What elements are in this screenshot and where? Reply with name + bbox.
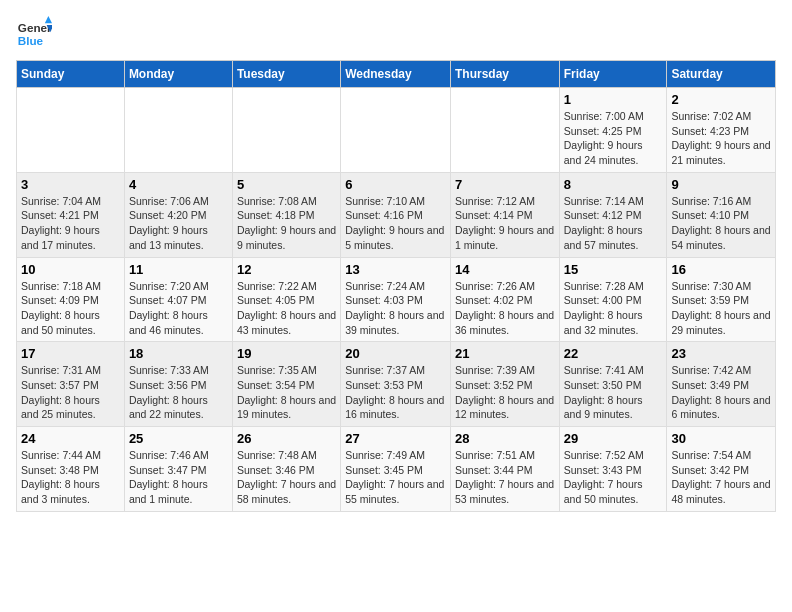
day-number: 30 — [671, 431, 771, 446]
calendar-cell — [341, 88, 451, 173]
calendar-cell: 27Sunrise: 7:49 AM Sunset: 3:45 PM Dayli… — [341, 427, 451, 512]
calendar-cell: 14Sunrise: 7:26 AM Sunset: 4:02 PM Dayli… — [450, 257, 559, 342]
day-number: 25 — [129, 431, 228, 446]
col-header-wednesday: Wednesday — [341, 61, 451, 88]
calendar-cell: 16Sunrise: 7:30 AM Sunset: 3:59 PM Dayli… — [667, 257, 776, 342]
calendar-cell: 20Sunrise: 7:37 AM Sunset: 3:53 PM Dayli… — [341, 342, 451, 427]
calendar-cell: 18Sunrise: 7:33 AM Sunset: 3:56 PM Dayli… — [124, 342, 232, 427]
day-number: 22 — [564, 346, 663, 361]
day-info: Sunrise: 7:06 AM Sunset: 4:20 PM Dayligh… — [129, 194, 228, 253]
day-number: 7 — [455, 177, 555, 192]
day-info: Sunrise: 7:35 AM Sunset: 3:54 PM Dayligh… — [237, 363, 336, 422]
day-number: 23 — [671, 346, 771, 361]
day-number: 16 — [671, 262, 771, 277]
day-number: 13 — [345, 262, 446, 277]
day-number: 8 — [564, 177, 663, 192]
col-header-saturday: Saturday — [667, 61, 776, 88]
calendar-cell: 19Sunrise: 7:35 AM Sunset: 3:54 PM Dayli… — [232, 342, 340, 427]
calendar-cell: 21Sunrise: 7:39 AM Sunset: 3:52 PM Dayli… — [450, 342, 559, 427]
day-info: Sunrise: 7:52 AM Sunset: 3:43 PM Dayligh… — [564, 448, 663, 507]
calendar-cell: 13Sunrise: 7:24 AM Sunset: 4:03 PM Dayli… — [341, 257, 451, 342]
calendar-cell: 17Sunrise: 7:31 AM Sunset: 3:57 PM Dayli… — [17, 342, 125, 427]
calendar-cell: 23Sunrise: 7:42 AM Sunset: 3:49 PM Dayli… — [667, 342, 776, 427]
day-info: Sunrise: 7:33 AM Sunset: 3:56 PM Dayligh… — [129, 363, 228, 422]
day-number: 4 — [129, 177, 228, 192]
day-number: 20 — [345, 346, 446, 361]
day-number: 5 — [237, 177, 336, 192]
day-info: Sunrise: 7:31 AM Sunset: 3:57 PM Dayligh… — [21, 363, 120, 422]
svg-marker-2 — [45, 16, 52, 23]
day-info: Sunrise: 7:08 AM Sunset: 4:18 PM Dayligh… — [237, 194, 336, 253]
day-info: Sunrise: 7:04 AM Sunset: 4:21 PM Dayligh… — [21, 194, 120, 253]
calendar-cell: 7Sunrise: 7:12 AM Sunset: 4:14 PM Daylig… — [450, 172, 559, 257]
day-number: 2 — [671, 92, 771, 107]
calendar-cell — [232, 88, 340, 173]
day-number: 24 — [21, 431, 120, 446]
calendar-cell: 26Sunrise: 7:48 AM Sunset: 3:46 PM Dayli… — [232, 427, 340, 512]
calendar-cell — [124, 88, 232, 173]
calendar-cell: 29Sunrise: 7:52 AM Sunset: 3:43 PM Dayli… — [559, 427, 667, 512]
day-info: Sunrise: 7:26 AM Sunset: 4:02 PM Dayligh… — [455, 279, 555, 338]
day-number: 27 — [345, 431, 446, 446]
calendar-cell — [17, 88, 125, 173]
calendar-cell: 25Sunrise: 7:46 AM Sunset: 3:47 PM Dayli… — [124, 427, 232, 512]
day-number: 17 — [21, 346, 120, 361]
day-info: Sunrise: 7:10 AM Sunset: 4:16 PM Dayligh… — [345, 194, 446, 253]
day-number: 28 — [455, 431, 555, 446]
day-info: Sunrise: 7:00 AM Sunset: 4:25 PM Dayligh… — [564, 109, 663, 168]
day-info: Sunrise: 7:28 AM Sunset: 4:00 PM Dayligh… — [564, 279, 663, 338]
col-header-monday: Monday — [124, 61, 232, 88]
page-header: General Blue — [16, 16, 776, 52]
day-info: Sunrise: 7:44 AM Sunset: 3:48 PM Dayligh… — [21, 448, 120, 507]
day-number: 19 — [237, 346, 336, 361]
calendar-cell: 11Sunrise: 7:20 AM Sunset: 4:07 PM Dayli… — [124, 257, 232, 342]
day-number: 9 — [671, 177, 771, 192]
calendar-cell: 6Sunrise: 7:10 AM Sunset: 4:16 PM Daylig… — [341, 172, 451, 257]
svg-text:Blue: Blue — [18, 34, 44, 47]
day-info: Sunrise: 7:48 AM Sunset: 3:46 PM Dayligh… — [237, 448, 336, 507]
day-info: Sunrise: 7:37 AM Sunset: 3:53 PM Dayligh… — [345, 363, 446, 422]
day-number: 12 — [237, 262, 336, 277]
day-info: Sunrise: 7:14 AM Sunset: 4:12 PM Dayligh… — [564, 194, 663, 253]
day-info: Sunrise: 7:51 AM Sunset: 3:44 PM Dayligh… — [455, 448, 555, 507]
calendar-cell: 10Sunrise: 7:18 AM Sunset: 4:09 PM Dayli… — [17, 257, 125, 342]
day-info: Sunrise: 7:41 AM Sunset: 3:50 PM Dayligh… — [564, 363, 663, 422]
calendar-cell: 22Sunrise: 7:41 AM Sunset: 3:50 PM Dayli… — [559, 342, 667, 427]
day-number: 6 — [345, 177, 446, 192]
col-header-sunday: Sunday — [17, 61, 125, 88]
calendar-cell: 15Sunrise: 7:28 AM Sunset: 4:00 PM Dayli… — [559, 257, 667, 342]
day-number: 1 — [564, 92, 663, 107]
calendar-cell: 24Sunrise: 7:44 AM Sunset: 3:48 PM Dayli… — [17, 427, 125, 512]
day-info: Sunrise: 7:22 AM Sunset: 4:05 PM Dayligh… — [237, 279, 336, 338]
day-number: 18 — [129, 346, 228, 361]
day-info: Sunrise: 7:16 AM Sunset: 4:10 PM Dayligh… — [671, 194, 771, 253]
day-info: Sunrise: 7:46 AM Sunset: 3:47 PM Dayligh… — [129, 448, 228, 507]
day-info: Sunrise: 7:39 AM Sunset: 3:52 PM Dayligh… — [455, 363, 555, 422]
col-header-tuesday: Tuesday — [232, 61, 340, 88]
day-info: Sunrise: 7:12 AM Sunset: 4:14 PM Dayligh… — [455, 194, 555, 253]
day-info: Sunrise: 7:18 AM Sunset: 4:09 PM Dayligh… — [21, 279, 120, 338]
calendar-table: SundayMondayTuesdayWednesdayThursdayFrid… — [16, 60, 776, 512]
day-info: Sunrise: 7:20 AM Sunset: 4:07 PM Dayligh… — [129, 279, 228, 338]
day-info: Sunrise: 7:42 AM Sunset: 3:49 PM Dayligh… — [671, 363, 771, 422]
day-info: Sunrise: 7:49 AM Sunset: 3:45 PM Dayligh… — [345, 448, 446, 507]
day-number: 26 — [237, 431, 336, 446]
day-info: Sunrise: 7:02 AM Sunset: 4:23 PM Dayligh… — [671, 109, 771, 168]
day-number: 29 — [564, 431, 663, 446]
col-header-thursday: Thursday — [450, 61, 559, 88]
day-number: 10 — [21, 262, 120, 277]
calendar-cell: 9Sunrise: 7:16 AM Sunset: 4:10 PM Daylig… — [667, 172, 776, 257]
calendar-cell: 3Sunrise: 7:04 AM Sunset: 4:21 PM Daylig… — [17, 172, 125, 257]
day-number: 11 — [129, 262, 228, 277]
day-number: 14 — [455, 262, 555, 277]
calendar-cell: 12Sunrise: 7:22 AM Sunset: 4:05 PM Dayli… — [232, 257, 340, 342]
day-number: 3 — [21, 177, 120, 192]
calendar-cell: 2Sunrise: 7:02 AM Sunset: 4:23 PM Daylig… — [667, 88, 776, 173]
calendar-cell — [450, 88, 559, 173]
calendar-cell: 28Sunrise: 7:51 AM Sunset: 3:44 PM Dayli… — [450, 427, 559, 512]
day-number: 15 — [564, 262, 663, 277]
logo: General Blue — [16, 16, 52, 52]
day-info: Sunrise: 7:24 AM Sunset: 4:03 PM Dayligh… — [345, 279, 446, 338]
calendar-cell: 8Sunrise: 7:14 AM Sunset: 4:12 PM Daylig… — [559, 172, 667, 257]
logo-icon: General Blue — [16, 16, 52, 52]
